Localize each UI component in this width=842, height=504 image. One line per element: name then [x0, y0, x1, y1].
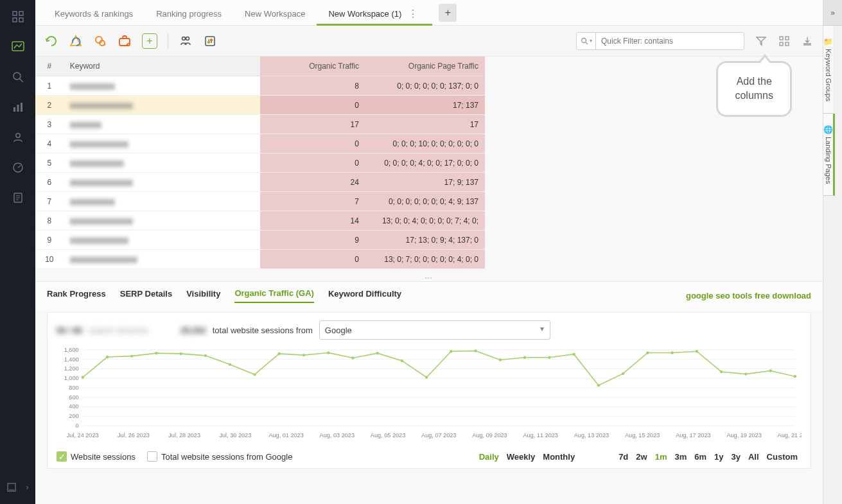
nav-log-icon[interactable] [4, 480, 19, 494]
range-weekly[interactable]: Weekly [503, 449, 539, 464]
cell-organic-page-traffic: 13; 0; 7; 0; 0; 0; 0; 0; 4; 0; 0 [365, 250, 485, 269]
sort-icon[interactable] [203, 34, 217, 48]
svg-point-90 [671, 351, 673, 354]
filter-icon[interactable] [755, 35, 767, 48]
tab-ranking-progress[interactable]: Ranking progress [145, 3, 233, 25]
svg-marker-28 [757, 37, 766, 45]
tab-menu-icon[interactable]: ⋮ [405, 12, 421, 16]
range-custom[interactable]: Custom [763, 449, 802, 464]
total-sessions-value: 29,352 [180, 326, 206, 335]
svg-point-93 [744, 372, 747, 375]
cell-keyword: ▮▮▮▮▮▮▮ [64, 115, 260, 134]
cell-keyword: ▮▮▮▮▮▮▮▮▮▮▮▮▮ [64, 230, 260, 250]
svg-point-81 [450, 350, 452, 352]
svg-text:Aug, 11 2023: Aug, 11 2023 [523, 432, 558, 439]
table-row[interactable]: 3▮▮▮▮▮▮▮1717 [35, 115, 485, 134]
table-row[interactable]: 7▮▮▮▮▮▮▮▮▮▮70; 0; 0; 0; 0; 0; 0; 4; 9; 1… [35, 192, 485, 211]
cell-keyword: ▮▮▮▮▮▮▮▮▮▮▮▮ [64, 153, 260, 173]
selected-keyword-link[interactable]: google seo tools free download [686, 291, 811, 300]
tab-keyword-difficulty[interactable]: Keyword Difficulty [328, 289, 401, 302]
help-bubble-line1: Add the [737, 76, 772, 87]
cell-organic-page-traffic: 0; 0; 0; 0; 0; 0; 0; 4; 9; 137 [365, 192, 485, 211]
range-monthly[interactable]: Monthly [539, 449, 579, 464]
svg-point-75 [303, 354, 305, 356]
nav-speed-icon[interactable] [11, 161, 25, 175]
range-3y[interactable]: 3y [728, 449, 744, 464]
side-tab-keyword-groups[interactable]: 📁 Keyword Groups [823, 26, 833, 114]
nav-profile-icon[interactable] [11, 130, 25, 144]
legend-website-sessions[interactable]: ✓ Website sessions [57, 451, 136, 462]
table-row[interactable]: 4▮▮▮▮▮▮▮▮▮▮▮▮▮00; 0; 0; 10; 0; 0; 0; 0; … [35, 134, 485, 153]
svg-point-68 [130, 354, 133, 357]
range-7d[interactable]: 7d [615, 449, 632, 464]
range-daily[interactable]: Daily [475, 449, 503, 464]
update-orange-icon[interactable] [93, 34, 107, 48]
table-row[interactable]: 1▮▮▮▮▮▮▮▮▮▮80; 0; 0; 0; 0; 0; 137; 0; 0 [35, 76, 485, 96]
group-icon[interactable] [179, 34, 193, 48]
resize-handle[interactable]: ⋯ [35, 275, 823, 281]
table-row[interactable]: 6▮▮▮▮▮▮▮▮▮▮▮▮▮▮2417; 9; 137 [35, 173, 485, 192]
svg-text:Jul, 28 2023: Jul, 28 2023 [168, 432, 200, 439]
nav-dashboard-icon[interactable] [11, 10, 25, 24]
nav-search-icon[interactable] [11, 70, 25, 84]
col-organic-traffic[interactable]: Organic Traffic [260, 56, 365, 76]
side-tab-landing-pages[interactable]: 🌐 Landing Pages [823, 114, 835, 196]
table-row[interactable]: 5▮▮▮▮▮▮▮▮▮▮▮▮00; 0; 0; 0; 4; 0; 0; 17; 0… [35, 153, 485, 173]
col-index[interactable]: # [35, 56, 64, 76]
cell-organic-traffic: 8 [260, 76, 365, 96]
tab-new-workspace-1[interactable]: New Workspace (1) ⋮ [317, 3, 432, 25]
nav-rankings-icon[interactable] [11, 40, 25, 54]
line-chart: 02004006008001,0001,2001,4001,600Jul, 24… [57, 346, 802, 442]
add-tab-button[interactable]: + [439, 4, 457, 22]
table-row[interactable]: 10▮▮▮▮▮▮▮▮▮▮▮▮▮▮▮013; 0; 7; 0; 0; 0; 0; … [35, 250, 485, 269]
columns-icon[interactable] [778, 35, 791, 48]
col-organic-page-traffic[interactable]: Organic Page Traffic [365, 56, 485, 76]
range-all[interactable]: All [744, 449, 763, 464]
tab-organic-traffic-ga[interactable]: Organic Traffic (GA) [234, 288, 314, 303]
svg-text:Aug, 15 2023: Aug, 15 2023 [625, 432, 660, 439]
source-select[interactable]: Google [319, 320, 550, 340]
cell-keyword: ▮▮▮▮▮▮▮▮▮▮▮▮▮▮ [64, 211, 260, 230]
update-green-icon[interactable] [44, 34, 58, 48]
tab-keywords-rankings[interactable]: Keywords & rankings [43, 3, 145, 25]
svg-point-23 [182, 37, 186, 40]
cell-organic-page-traffic: 13; 0; 0; 4; 0; 0; 0; 0; 7; 4; 0; [365, 211, 485, 230]
svg-point-92 [720, 370, 723, 373]
cell-organic-traffic: 24 [260, 173, 365, 192]
toolbar-separator [168, 34, 168, 48]
add-keyword-button[interactable]: + [142, 33, 157, 49]
tab-rank-progress[interactable]: Rank Progress [47, 289, 106, 302]
cell-keyword: ▮▮▮▮▮▮▮▮▮▮▮▮▮▮▮ [64, 250, 260, 269]
svg-text:1,400: 1,400 [64, 356, 79, 363]
range-3m[interactable]: 3m [671, 449, 690, 464]
svg-rect-1 [19, 12, 23, 15]
table-row[interactable]: 2▮▮▮▮▮▮▮▮▮▮▮▮▮▮017; 137 [35, 96, 485, 115]
svg-text:Aug, 17 2023: Aug, 17 2023 [676, 432, 710, 439]
quick-filter-search-icon[interactable]: ▾ [577, 33, 596, 49]
collapse-panel-button[interactable]: » [823, 0, 842, 26]
svg-rect-29 [780, 37, 783, 40]
quick-filter-input[interactable] [596, 37, 744, 46]
range-1m[interactable]: 1m [651, 449, 671, 464]
range-1y[interactable]: 1y [710, 449, 727, 464]
tab-serp-details[interactable]: SERP Details [120, 289, 172, 302]
nav-analytics-icon[interactable] [11, 100, 25, 114]
svg-point-72 [229, 363, 231, 366]
download-icon[interactable] [801, 35, 814, 48]
nav-reports-icon[interactable] [11, 191, 25, 205]
briefcase-icon[interactable] [118, 34, 132, 48]
tab-visibility[interactable]: Visibility [186, 289, 220, 302]
legend-total-sessions-google[interactable]: Total website sessions from Google [147, 451, 292, 462]
left-sidebar: › [0, 0, 35, 504]
nav-expand-icon[interactable]: › [24, 480, 31, 494]
svg-text:Aug, 01 2023: Aug, 01 2023 [268, 432, 303, 439]
update-blue-icon[interactable] [69, 34, 83, 48]
range-6m[interactable]: 6m [690, 449, 710, 464]
svg-text:Aug, 09 2023: Aug, 09 2023 [472, 432, 507, 439]
range-2w[interactable]: 2w [632, 449, 651, 464]
col-keyword[interactable]: Keyword [64, 56, 260, 76]
cell-organic-page-traffic: 17; 9; 137 [365, 173, 485, 192]
table-row[interactable]: 8▮▮▮▮▮▮▮▮▮▮▮▮▮▮1413; 0; 0; 4; 0; 0; 0; 0… [35, 211, 485, 230]
tab-new-workspace[interactable]: New Workspace [233, 3, 317, 25]
table-row[interactable]: 9▮▮▮▮▮▮▮▮▮▮▮▮▮917; 13; 0; 9; 4; 137; 0 [35, 230, 485, 250]
